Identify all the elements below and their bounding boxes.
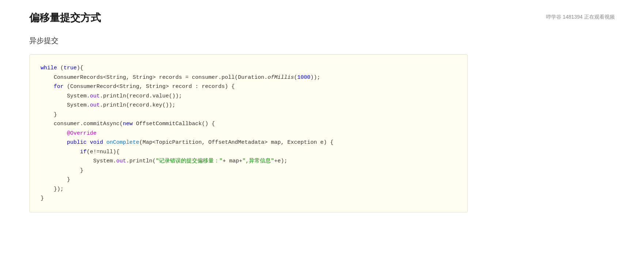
code-line: }	[41, 110, 457, 120]
code-line: System.out.println(record.key());	[41, 101, 457, 110]
code-line: consumer.commitAsync(new OffsetCommitCal…	[41, 119, 457, 129]
code-line: }	[41, 175, 457, 185]
code-line: @Override	[41, 129, 457, 138]
code-line: }	[41, 194, 457, 203]
code-line: while (true){	[41, 63, 457, 73]
header-row: 偏移量提交方式 哔学谷 1481394 正在观看视频	[29, 11, 615, 25]
page-title: 偏移量提交方式	[29, 11, 101, 25]
code-line: }	[41, 166, 457, 176]
code-line: System.out.println(record.value());	[41, 92, 457, 101]
code-line: if(e!=null){	[41, 147, 457, 157]
page-container: 偏移量提交方式 哔学谷 1481394 正在观看视频 异步提交 while (t…	[0, 0, 644, 227]
user-info: 哔学谷 1481394 正在观看视频	[546, 14, 615, 20]
code-line: ConsumerRecords<String, String> records …	[41, 73, 457, 82]
code-block: while (true){ ConsumerRecords<String, St…	[29, 54, 468, 212]
code-line: for (ConsumerRecord<String, String> reco…	[41, 82, 457, 92]
section-subtitle: 异步提交	[29, 36, 615, 46]
code-line: System.out.println("记录错误的提交偏移量："+ map+",…	[41, 157, 457, 166]
code-line: });	[41, 185, 457, 194]
code-line: public void onComplete(Map<TopicPartitio…	[41, 138, 457, 147]
